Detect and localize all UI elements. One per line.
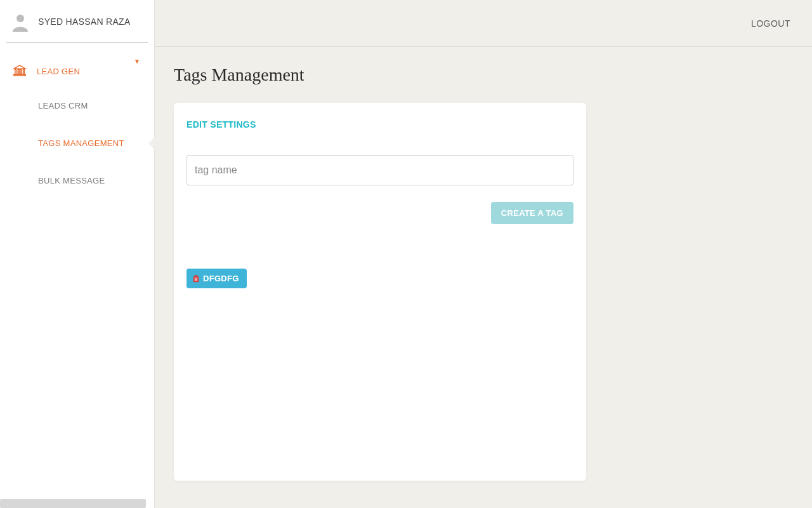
topbar: LOGOUT <box>155 0 812 47</box>
sidebar-item-leads-crm[interactable]: LEADS CRM <box>0 87 154 124</box>
create-tag-button[interactable]: CREATE A TAG <box>491 202 573 224</box>
settings-card: EDIT SETTINGS CREATE A TAG <box>174 103 586 481</box>
content: Tags Management EDIT SETTINGS CREATE A T… <box>155 47 812 508</box>
svg-rect-11 <box>195 275 197 276</box>
sidebar-item-bulk-message[interactable]: BULK MESSAGE <box>0 162 154 199</box>
button-row: CREATE A TAG <box>187 202 573 224</box>
sidebar: SYED HASSAN RAZA LEAD GEN ▼ LEADS CRM TA… <box>0 0 155 508</box>
svg-rect-9 <box>197 277 197 281</box>
svg-rect-3 <box>20 69 22 74</box>
svg-point-0 <box>16 15 24 22</box>
page-title: Tags Management <box>174 65 793 85</box>
svg-rect-8 <box>196 277 197 281</box>
divider <box>6 42 148 43</box>
sidebar-item-label: BULK MESSAGE <box>38 176 105 185</box>
tag-list: DFGDFG <box>187 269 573 288</box>
svg-rect-5 <box>14 75 25 76</box>
tag-name-input[interactable] <box>187 155 573 185</box>
main: LOGOUT Tags Management EDIT SETTINGS CRE… <box>155 0 812 508</box>
caret-down-icon: ▼ <box>134 58 140 65</box>
horizontal-scrollbar[interactable] <box>0 499 146 508</box>
avatar-icon <box>10 11 30 32</box>
logout-link[interactable]: LOGOUT <box>751 18 790 29</box>
sidebar-item-tags-management[interactable]: TAGS MANAGEMENT <box>0 124 154 162</box>
svg-rect-10 <box>194 276 199 276</box>
tag-chip[interactable]: DFGDFG <box>187 269 247 288</box>
svg-rect-4 <box>23 69 25 74</box>
nav-parent-lead-gen[interactable]: LEAD GEN ▼ <box>0 55 154 87</box>
card-subtitle: EDIT SETTINGS <box>187 119 573 130</box>
nav-parent-label: LEAD GEN <box>37 67 144 76</box>
bank-icon <box>13 64 27 78</box>
sidebar-item-label: TAGS MANAGEMENT <box>38 138 124 148</box>
user-block: SYED HASSAN RAZA <box>0 0 154 42</box>
user-name: SYED HASSAN RAZA <box>38 17 131 27</box>
svg-rect-7 <box>195 277 195 281</box>
tag-chip-label: DFGDFG <box>203 274 239 283</box>
svg-rect-2 <box>18 69 19 74</box>
sidebar-item-label: LEADS CRM <box>38 101 88 110</box>
svg-rect-1 <box>15 69 16 74</box>
trash-icon[interactable] <box>192 274 200 283</box>
